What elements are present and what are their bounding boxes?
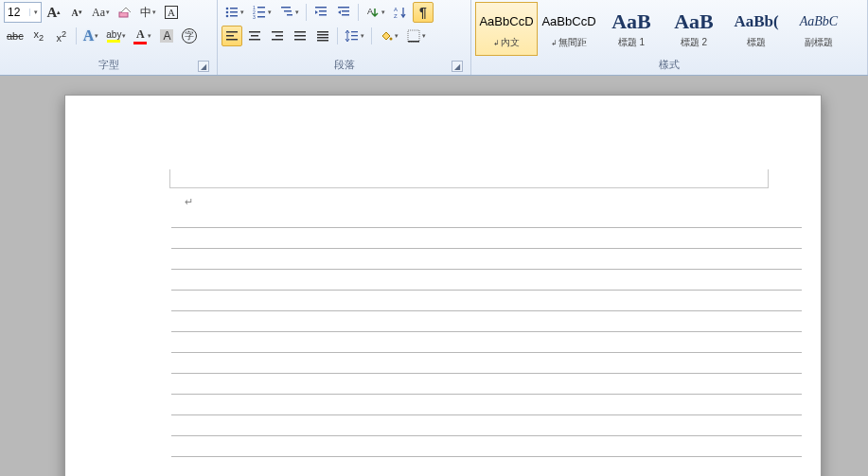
- svg-rect-31: [272, 31, 283, 33]
- style-normal[interactable]: AaBbCcD ↲內文: [475, 2, 538, 56]
- style-label: 副標題: [805, 36, 833, 49]
- decrease-indent-button[interactable]: [310, 2, 331, 23]
- svg-rect-42: [351, 35, 358, 36]
- svg-rect-15: [287, 14, 292, 16]
- superscript-button[interactable]: x2: [51, 26, 72, 46]
- style-no-spacing[interactable]: AaBbCcD ↲無間距: [538, 2, 600, 56]
- highlight-button[interactable]: aby ▾: [103, 26, 129, 46]
- style-label: ↲內文: [493, 36, 520, 49]
- ruled-lines: [171, 207, 802, 476]
- svg-rect-25: [226, 31, 238, 33]
- svg-rect-10: [257, 11, 265, 13]
- svg-point-44: [390, 38, 393, 41]
- character-border-button[interactable]: A: [161, 2, 182, 23]
- clear-formatting-button[interactable]: [115, 2, 135, 23]
- svg-rect-34: [294, 31, 306, 33]
- paragraph-group-label: 段落 ◢: [221, 56, 467, 75]
- increase-indent-button[interactable]: [333, 2, 354, 23]
- change-case-button[interactable]: Aa▾: [89, 2, 113, 23]
- svg-rect-27: [226, 39, 238, 41]
- align-left-icon: [224, 28, 239, 44]
- style-sample: AaBbCcD: [541, 9, 595, 34]
- svg-text:A: A: [394, 7, 398, 12]
- multilevel-list-button[interactable]: ▾: [276, 2, 302, 23]
- char-shading-icon: A: [160, 29, 173, 43]
- svg-rect-12: [257, 16, 265, 18]
- separator: [358, 4, 359, 21]
- align-right-button[interactable]: [267, 26, 288, 46]
- show-marks-button[interactable]: ¶: [413, 2, 434, 23]
- enclose-icon: 字: [182, 28, 197, 44]
- style-heading-2[interactable]: AaB 標題 2: [663, 2, 725, 56]
- svg-rect-16: [315, 7, 327, 9]
- style-heading-1[interactable]: AaB 標題 1: [600, 2, 663, 56]
- align-right-icon: [270, 28, 285, 44]
- svg-rect-14: [284, 10, 292, 12]
- svg-rect-37: [317, 31, 328, 33]
- svg-rect-29: [251, 35, 258, 37]
- strikethrough-button[interactable]: abc: [4, 26, 27, 46]
- borders-button[interactable]: ▾: [403, 26, 429, 46]
- phonetic-guide-button[interactable]: 中▾: [137, 2, 159, 23]
- line-spacing-button[interactable]: ▾: [342, 26, 367, 46]
- svg-rect-8: [257, 7, 265, 9]
- paint-bucket-icon: [379, 28, 394, 44]
- svg-rect-41: [351, 31, 358, 32]
- svg-rect-20: [342, 10, 349, 12]
- subscript-button[interactable]: x2: [28, 26, 49, 46]
- style-subtitle[interactable]: AaBbC 副標題: [788, 2, 850, 56]
- highlight-icon: aby: [106, 29, 121, 43]
- align-center-button[interactable]: [244, 26, 265, 46]
- align-left-button[interactable]: [221, 26, 242, 46]
- svg-point-1: [226, 8, 229, 10]
- font-dialog-launcher[interactable]: ◢: [198, 61, 209, 72]
- character-shading-button[interactable]: A: [156, 26, 177, 46]
- text-direction-icon: A: [365, 5, 381, 20]
- font-size-dropdown-icon[interactable]: ▾: [29, 9, 41, 16]
- svg-rect-45: [408, 30, 419, 42]
- numbering-button[interactable]: 123▾: [249, 2, 275, 23]
- text-effects-icon: A: [83, 27, 95, 44]
- align-distributed-icon: [315, 28, 330, 44]
- style-sample: AaB: [611, 9, 651, 34]
- char-border-icon: A: [165, 6, 178, 19]
- styles-group-label: 樣式: [475, 56, 863, 75]
- grow-font-icon: A: [47, 5, 58, 21]
- shading-button[interactable]: ▾: [376, 26, 401, 46]
- svg-rect-43: [351, 39, 358, 40]
- outdent-icon: [313, 5, 328, 20]
- text-effects-button[interactable]: A▾: [80, 26, 102, 46]
- phonetic-icon: 中: [140, 5, 151, 21]
- svg-rect-2: [230, 8, 238, 9]
- style-label: 標題 1: [618, 36, 645, 49]
- superscript-icon: x2: [56, 29, 66, 44]
- style-title[interactable]: AaBb( 標題: [725, 2, 788, 56]
- style-label: ↲無間距: [551, 36, 587, 49]
- font-size-input[interactable]: [5, 3, 29, 22]
- align-justify-icon: [292, 28, 308, 44]
- font-group: ▾ A ▴ A ▾ Aa▾ 中▾: [0, 0, 218, 75]
- text-direction-button[interactable]: A▾: [363, 2, 388, 23]
- strikethrough-icon: abc: [7, 30, 24, 42]
- font-size-combo[interactable]: ▾: [4, 2, 42, 23]
- shrink-font-button[interactable]: A ▾: [66, 2, 87, 23]
- grow-font-button[interactable]: A ▴: [44, 2, 64, 23]
- align-justify-button[interactable]: [290, 26, 310, 46]
- svg-text:3: 3: [253, 14, 256, 20]
- workspace: ↵: [0, 76, 868, 476]
- style-sample: AaB: [674, 9, 714, 34]
- shrink-font-icon: A: [71, 8, 78, 18]
- svg-point-5: [226, 15, 229, 18]
- svg-rect-32: [275, 35, 283, 37]
- font-color-button[interactable]: A ▾: [131, 26, 154, 46]
- align-distributed-button[interactable]: [312, 26, 333, 46]
- paragraph-dialog-launcher[interactable]: ◢: [452, 61, 463, 72]
- svg-rect-17: [319, 10, 327, 12]
- svg-rect-40: [317, 40, 328, 42]
- font-group-label: 字型 ◢: [4, 56, 213, 75]
- enclose-characters-button[interactable]: 字: [179, 26, 200, 46]
- change-case-icon: Aa: [92, 6, 105, 20]
- sort-button[interactable]: AZ: [390, 2, 411, 23]
- bullets-button[interactable]: ▾: [221, 2, 247, 23]
- document-page[interactable]: ↵: [64, 95, 822, 476]
